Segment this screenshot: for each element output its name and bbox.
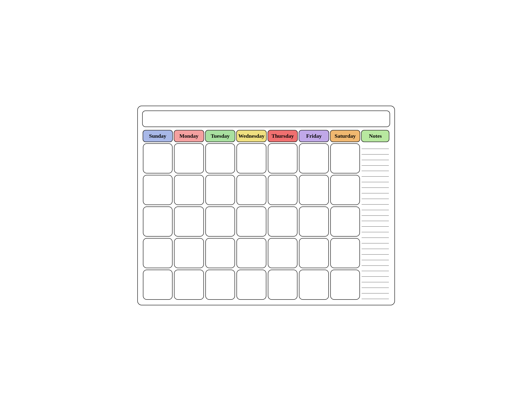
- notes-line[interactable]: [362, 194, 389, 199]
- notes-line[interactable]: [362, 261, 389, 266]
- notes-area[interactable]: [361, 143, 390, 300]
- cell-r3-sun[interactable]: [143, 206, 173, 237]
- notes-line[interactable]: [362, 222, 389, 227]
- notes-line[interactable]: [362, 183, 389, 188]
- cell-r2-mon[interactable]: [174, 175, 204, 205]
- cell-r3-wed[interactable]: [237, 206, 266, 237]
- cell-r2-sun[interactable]: [143, 175, 173, 205]
- cell-r3-fri[interactable]: [299, 206, 329, 237]
- header-monday: Monday: [174, 130, 204, 142]
- notes-line[interactable]: [362, 250, 389, 255]
- notes-line[interactable]: [362, 216, 389, 221]
- notes-line[interactable]: [362, 144, 389, 149]
- notes-line[interactable]: [362, 266, 389, 271]
- header-sunday: Sunday: [143, 130, 173, 142]
- cell-r1-wed[interactable]: [237, 143, 266, 173]
- notes-line[interactable]: [362, 277, 389, 282]
- cell-r5-fri[interactable]: [299, 270, 329, 300]
- cell-r3-thu[interactable]: [268, 206, 298, 237]
- header-saturday: Saturday: [330, 130, 361, 142]
- notes-line[interactable]: [362, 239, 389, 243]
- cell-r4-fri[interactable]: [299, 238, 329, 268]
- header-thursday: Thursday: [267, 130, 298, 142]
- cell-r5-wed[interactable]: [237, 270, 266, 300]
- title-bar[interactable]: [142, 111, 390, 127]
- cell-r4-sun[interactable]: [143, 238, 173, 268]
- cell-r2-wed[interactable]: [237, 175, 266, 205]
- header-notes: Notes: [361, 130, 389, 142]
- notes-line[interactable]: [362, 188, 389, 193]
- cell-r4-mon[interactable]: [174, 238, 204, 268]
- cell-r3-sat[interactable]: [330, 206, 360, 237]
- cell-r4-wed[interactable]: [237, 238, 266, 268]
- header-tuesday: Tuesday: [205, 130, 236, 142]
- notes-line[interactable]: [362, 233, 389, 238]
- calendar-grid: Sunday Monday Tuesday Wednesday Thursday…: [142, 130, 390, 300]
- notes-line[interactable]: [362, 244, 389, 249]
- notes-line[interactable]: [362, 177, 389, 182]
- cell-r1-tue[interactable]: [205, 143, 235, 173]
- cell-r4-thu[interactable]: [268, 238, 298, 268]
- cell-r1-fri[interactable]: [299, 143, 329, 173]
- cell-r2-tue[interactable]: [205, 175, 235, 205]
- cell-r5-sat[interactable]: [330, 270, 360, 300]
- cell-r3-tue[interactable]: [205, 206, 235, 237]
- notes-line[interactable]: [362, 166, 389, 171]
- notes-line[interactable]: [362, 205, 389, 210]
- cell-r5-sun[interactable]: [143, 270, 173, 300]
- notes-line[interactable]: [362, 289, 389, 293]
- notes-line[interactable]: [362, 200, 389, 205]
- cell-r2-thu[interactable]: [268, 175, 298, 205]
- cell-r2-fri[interactable]: [299, 175, 329, 205]
- header-friday: Friday: [299, 130, 329, 142]
- cell-r2-sat[interactable]: [330, 175, 360, 205]
- notes-line[interactable]: [362, 172, 389, 177]
- cell-r1-sat[interactable]: [330, 143, 360, 173]
- notes-line[interactable]: [362, 255, 389, 260]
- calendar-container: Sunday Monday Tuesday Wednesday Thursday…: [137, 106, 395, 305]
- cell-r4-tue[interactable]: [205, 238, 235, 268]
- notes-line[interactable]: [362, 150, 389, 154]
- notes-line[interactable]: [362, 294, 389, 299]
- notes-line[interactable]: [362, 283, 389, 288]
- notes-line[interactable]: [362, 155, 389, 160]
- notes-line[interactable]: [362, 272, 389, 277]
- cell-r5-tue[interactable]: [205, 270, 235, 300]
- header-wednesday: Wednesday: [236, 130, 266, 142]
- notes-line[interactable]: [362, 211, 389, 216]
- cell-r3-mon[interactable]: [174, 206, 204, 237]
- cell-r5-mon[interactable]: [174, 270, 204, 300]
- cell-r5-thu[interactable]: [268, 270, 298, 300]
- notes-line[interactable]: [362, 161, 389, 166]
- cell-r1-mon[interactable]: [174, 143, 204, 173]
- cell-r4-sat[interactable]: [330, 238, 360, 268]
- notes-line[interactable]: [362, 227, 389, 232]
- cell-r1-sun[interactable]: [143, 143, 173, 173]
- cell-r1-thu[interactable]: [268, 143, 298, 173]
